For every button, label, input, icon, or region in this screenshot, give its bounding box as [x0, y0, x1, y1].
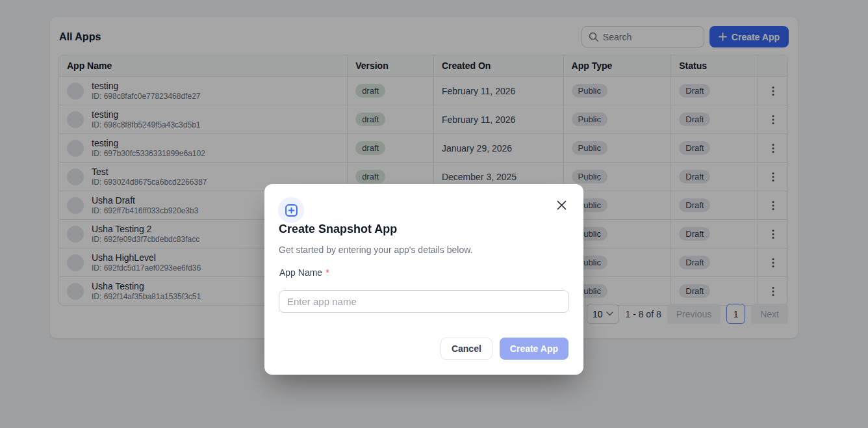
close-icon [557, 200, 567, 210]
modal-subtitle: Get started by entering your app's detai… [279, 245, 472, 255]
modal-icon-circle [278, 197, 304, 223]
app-name-input[interactable] [279, 290, 569, 313]
required-asterisk: * [326, 267, 329, 278]
plus-square-icon [284, 203, 299, 218]
create-snapshot-app-modal: Create Snapshot App Get started by enter… [264, 184, 583, 375]
modal-close-button[interactable] [555, 199, 568, 213]
cancel-button[interactable]: Cancel [440, 338, 492, 360]
app-name-label-text: App Name [279, 267, 322, 278]
modal-create-app-button[interactable]: Create App [500, 338, 568, 360]
app-name-label: App Name* [279, 267, 329, 278]
modal-title: Create Snapshot App [279, 222, 397, 236]
